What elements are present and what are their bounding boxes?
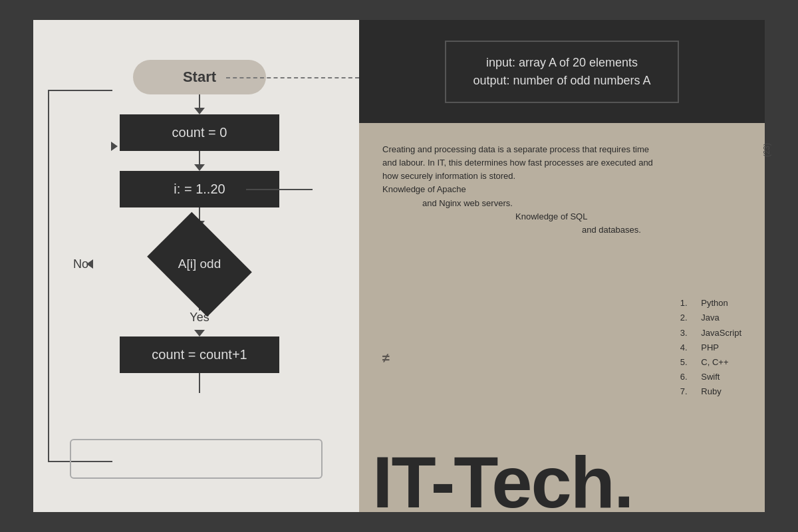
count-zero-box: count = 0 — [120, 114, 279, 151]
desc-line-4: Knowledge of Apache — [382, 184, 466, 194]
dashed-connector — [226, 77, 359, 78]
list-item: 6. Swift — [680, 370, 741, 384]
desc-line-3: how securely information is stored. — [382, 171, 515, 181]
desc-line-6: Knowledge of SQL — [382, 210, 702, 223]
language-list: 1. Python 2. Java 3. JavaScript 4. PHP 5… — [680, 296, 741, 399]
description-text: Creating and processing data is a separa… — [382, 143, 702, 237]
connector-5 — [199, 373, 200, 393]
lang-2: Java — [701, 313, 719, 323]
list-item: 3. JavaScript — [680, 326, 741, 340]
big-title: IT-Tech. — [372, 446, 632, 519]
desc-line-7: and databases. — [382, 223, 702, 237]
start-label: Start — [183, 68, 216, 86]
content-panel: (23) Creating and processing data is a s… — [359, 123, 765, 512]
count-increment-box: count = count+1 — [120, 336, 279, 373]
top-banner: input: array A of 20 elements output: nu… — [359, 20, 765, 123]
arrow-2 — [194, 164, 205, 171]
count-zero-label: count = 0 — [172, 125, 227, 140]
lang-3: JavaScript — [701, 328, 741, 338]
loop-close-box — [70, 439, 323, 479]
flowchart: Start count = 0 i: = 1..20 — [86, 60, 313, 393]
main-container: Start count = 0 i: = 1..20 — [33, 20, 765, 512]
list-item: 4. PHP — [680, 340, 741, 355]
list-item: 5. C, C++ — [680, 355, 741, 370]
list-item: 2. Java — [680, 311, 741, 325]
count-increment-label: count = count+1 — [152, 347, 247, 362]
banner-text: input: array A of 20 elements output: nu… — [473, 54, 650, 90]
no-arrow — [86, 259, 93, 269]
lang-6: Swift — [701, 372, 720, 382]
right-connector-line — [246, 189, 313, 190]
connector-1 — [199, 94, 200, 108]
list-item: 1. Python — [680, 296, 741, 311]
lang-4: PHP — [701, 342, 719, 352]
arrow-1 — [194, 108, 205, 114]
lang-1: Python — [701, 298, 728, 308]
i-range-label: i: = 1..20 — [174, 182, 225, 197]
diamond-label: A[i] odd — [178, 257, 221, 271]
page-number: (23) — [762, 143, 771, 157]
left-panel: Start count = 0 i: = 1..20 — [33, 20, 359, 512]
banner-line2: output: number of odd numbers A — [473, 74, 650, 87]
desc-line-2: and labour. In IT, this determines how f… — [382, 158, 653, 168]
lang-7: Ruby — [701, 386, 721, 396]
list-item: 7. Ruby — [680, 384, 741, 399]
diamond-wrapper: A[i] odd No — [120, 227, 279, 301]
yes-label: Yes — [86, 311, 313, 325]
hash-symbol: ≠ — [382, 350, 390, 366]
arrow-4 — [194, 330, 205, 336]
banner-box: input: array A of 20 elements output: nu… — [445, 41, 678, 103]
lang-5: C, C++ — [701, 357, 728, 367]
banner-line1: input: array A of 20 elements — [486, 56, 638, 69]
right-panel: input: array A of 20 elements output: nu… — [359, 20, 765, 512]
desc-line-5: and Nginx web servers. — [382, 197, 702, 210]
desc-line-1: Creating and processing data is a separa… — [382, 144, 649, 154]
connector-2 — [199, 151, 200, 164]
